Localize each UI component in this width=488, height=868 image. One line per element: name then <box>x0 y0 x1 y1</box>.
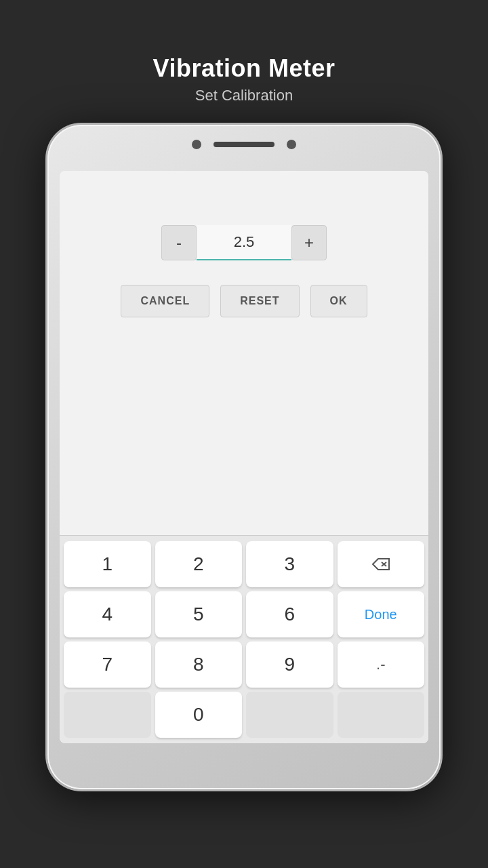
key-4[interactable]: 4 <box>64 591 151 637</box>
key-8[interactable]: 8 <box>155 642 243 688</box>
header: Vibration Meter Set Calibration <box>153 54 336 104</box>
key-0[interactable]: 0 <box>155 692 243 738</box>
value-input[interactable] <box>197 225 291 260</box>
app-title: Vibration Meter <box>153 54 336 83</box>
key-backspace[interactable] <box>338 541 425 587</box>
key-done[interactable]: Done <box>338 591 425 637</box>
key-empty-right <box>246 692 333 738</box>
increment-button[interactable]: + <box>291 225 327 260</box>
app-subtitle: Set Calibration <box>153 87 336 104</box>
key-5[interactable]: 5 <box>155 591 243 637</box>
app-content: - + CANCEL RESET OK <box>60 171 428 535</box>
key-9[interactable]: 9 <box>246 642 333 688</box>
key-empty-far-right <box>338 692 425 738</box>
reset-button[interactable]: RESET <box>220 285 299 317</box>
key-dot-minus[interactable]: .- <box>338 642 425 688</box>
numeric-keyboard: 1 2 3 4 5 6 Done 7 8 9 .- 0 <box>60 535 428 743</box>
front-camera <box>192 140 201 149</box>
sensor <box>287 140 296 149</box>
cancel-button[interactable]: CANCEL <box>121 285 209 317</box>
key-6[interactable]: 6 <box>246 591 333 637</box>
stepper-row: - + <box>161 225 327 260</box>
backspace-icon <box>371 557 390 571</box>
key-empty-left <box>64 692 151 738</box>
phone-mockup: - + CANCEL RESET OK 1 2 3 <box>47 125 441 789</box>
phone-screen: - + CANCEL RESET OK 1 2 3 <box>60 171 428 743</box>
key-2[interactable]: 2 <box>155 541 243 587</box>
ok-button[interactable]: OK <box>310 285 367 317</box>
key-3[interactable]: 3 <box>246 541 333 587</box>
key-7[interactable]: 7 <box>64 642 151 688</box>
phone-top-bar <box>192 140 296 149</box>
key-1[interactable]: 1 <box>64 541 151 587</box>
action-buttons: CANCEL RESET OK <box>121 285 367 317</box>
speaker <box>214 142 274 147</box>
decrement-button[interactable]: - <box>161 225 197 260</box>
